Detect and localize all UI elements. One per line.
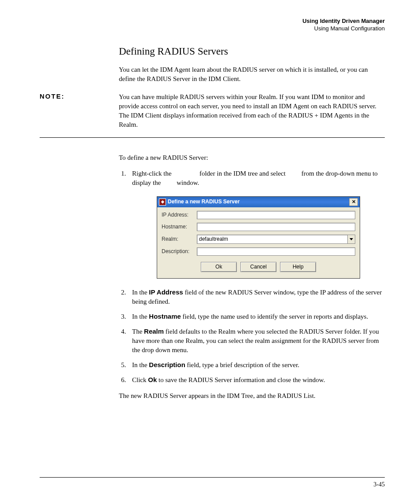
page-header: Using Identity Driven Manager Using Manu… bbox=[40, 18, 385, 33]
note-label: NOTE: bbox=[40, 92, 119, 129]
intro-paragraph: You can let the IDM Agent learn about th… bbox=[119, 65, 385, 84]
note-text: You can have multiple RADIUS servers wit… bbox=[119, 92, 385, 129]
step-6: Click Ok to save the RADIUS Server infor… bbox=[128, 375, 385, 385]
realm-value: defaultrealm bbox=[197, 235, 347, 243]
description-field[interactable] bbox=[197, 247, 355, 256]
dialog-title-text: Define a new RADIUS Server bbox=[168, 198, 239, 206]
chevron-down-icon[interactable] bbox=[347, 235, 355, 243]
description-label: Description: bbox=[162, 248, 197, 255]
cancel-button[interactable]: Cancel bbox=[240, 262, 276, 272]
ip-address-field[interactable] bbox=[197, 211, 355, 219]
section-title: Defining RADIUS Servers bbox=[119, 46, 385, 57]
step-1: Right-click the RADIUS folder in the IDM… bbox=[128, 169, 385, 279]
help-button[interactable]: Help bbox=[280, 262, 316, 272]
hostname-field[interactable] bbox=[197, 223, 355, 231]
ok-button[interactable]: Ok bbox=[201, 262, 237, 272]
page-number: 3-45 bbox=[373, 481, 385, 488]
steps-list: Right-click the RADIUS folder in the IDM… bbox=[119, 169, 385, 385]
step-5: In the Description field, type a brief d… bbox=[128, 360, 385, 370]
step-2: In the IP Address field of the new RADIU… bbox=[128, 287, 385, 306]
define-radius-dialog: ◆ Define a new RADIUS Server ✕ IP Addres… bbox=[157, 196, 360, 279]
step-3: In the Hostname field, type the name use… bbox=[128, 312, 385, 321]
page-footer: 3-45 bbox=[40, 477, 385, 488]
ip-label: IP Address: bbox=[162, 211, 197, 219]
step-4: The Realm field defaults to the Realm wh… bbox=[128, 327, 385, 355]
dialog-app-icon: ◆ bbox=[159, 199, 166, 206]
lead-sentence: To define a new RADIUS Server: bbox=[119, 153, 385, 162]
dialog-titlebar: ◆ Define a new RADIUS Server ✕ bbox=[157, 197, 360, 207]
realm-label: Realm: bbox=[162, 235, 197, 243]
header-subtitle: Using Manual Configuration bbox=[40, 25, 385, 33]
note-block: NOTE: You can have multiple RADIUS serve… bbox=[40, 92, 385, 138]
closing-paragraph: The new RADIUS Server appears in the IDM… bbox=[119, 391, 385, 401]
hostname-label: Hostname: bbox=[162, 223, 197, 231]
header-title: Using Identity Driven Manager bbox=[40, 18, 385, 25]
realm-select[interactable]: defaultrealm bbox=[197, 235, 355, 244]
close-icon[interactable]: ✕ bbox=[349, 198, 358, 206]
